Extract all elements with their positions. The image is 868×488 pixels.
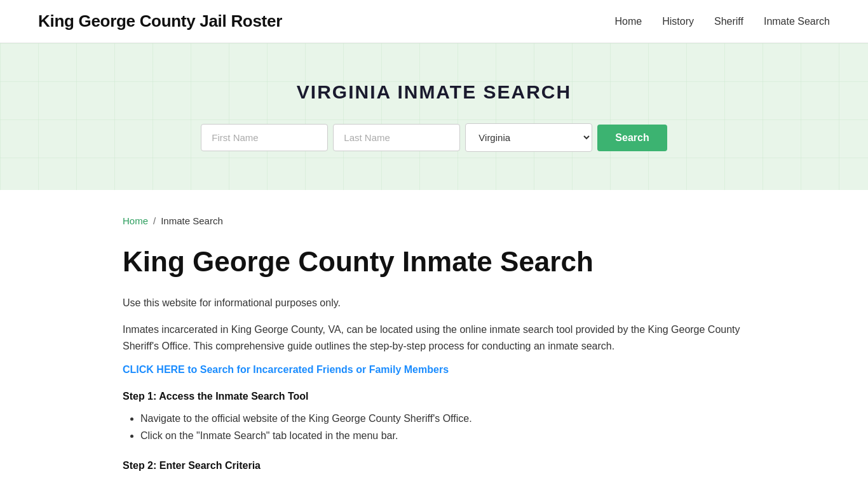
search-button[interactable]: Search	[597, 125, 667, 151]
step1-heading: Step 1: Access the Inmate Search Tool	[123, 391, 745, 402]
step2-heading: Step 2: Enter Search Criteria	[123, 460, 745, 471]
nav-inmate-search[interactable]: Inmate Search	[764, 16, 830, 27]
page-heading: King George County Inmate Search	[123, 247, 745, 277]
site-title: King George County Jail Roster	[38, 11, 282, 31]
main-nav: Home History Sheriff Inmate Search	[615, 16, 830, 27]
nav-home[interactable]: Home	[615, 16, 642, 27]
hero-title: VIRGINIA INMATE SEARCH	[13, 81, 855, 103]
intro-text-2: Inmates incarcerated in King George Coun…	[123, 322, 745, 354]
list-item: Navigate to the official website of the …	[140, 410, 745, 427]
list-item: Click on the "Inmate Search" tab located…	[140, 427, 745, 444]
nav-history[interactable]: History	[662, 16, 694, 27]
breadcrumb: Home / Inmate Search	[123, 215, 745, 226]
main-content: Home / Inmate Search King George County …	[85, 190, 783, 488]
site-header: King George County Jail Roster Home Hist…	[0, 0, 868, 43]
breadcrumb-separator: /	[153, 215, 156, 226]
search-form: VirginiaAlabamaAlaskaArizonaArkansasCali…	[13, 123, 855, 152]
last-name-input[interactable]	[333, 124, 460, 151]
breadcrumb-home[interactable]: Home	[123, 215, 148, 226]
breadcrumb-current: Inmate Search	[161, 215, 223, 226]
nav-sheriff[interactable]: Sheriff	[714, 16, 743, 27]
click-here-link[interactable]: CLICK HERE to Search for Incarcerated Fr…	[123, 364, 449, 376]
first-name-input[interactable]	[201, 124, 328, 151]
hero-section: VIRGINIA INMATE SEARCH VirginiaAlabamaAl…	[0, 43, 868, 190]
state-select[interactable]: VirginiaAlabamaAlaskaArizonaArkansasCali…	[465, 123, 592, 152]
intro-text-1: Use this website for informational purpo…	[123, 295, 745, 311]
step1-list: Navigate to the official website of the …	[123, 410, 745, 444]
